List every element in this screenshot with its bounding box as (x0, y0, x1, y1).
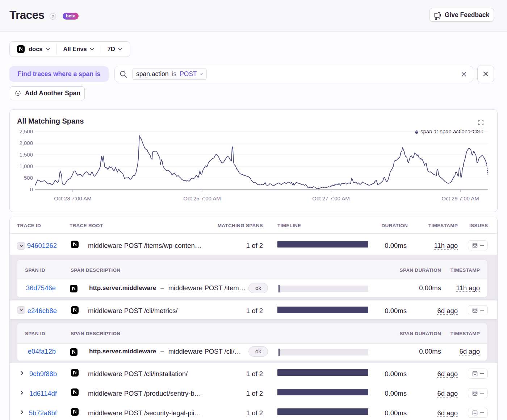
svg-text:Oct 27 7:00 AM: Oct 27 7:00 AM (312, 195, 349, 201)
svg-text:2,500: 2,500 (19, 128, 33, 134)
svg-text:0: 0 (30, 186, 33, 192)
svg-text:1,500: 1,500 (19, 151, 33, 158)
svg-text:2,000: 2,000 (19, 140, 33, 146)
svg-text:500: 500 (24, 175, 33, 181)
svg-text:Oct 23 7:00 AM: Oct 23 7:00 AM (54, 195, 91, 201)
svg-text:Oct 29 7:00 AM: Oct 29 7:00 AM (441, 195, 479, 201)
svg-text:1,000: 1,000 (19, 163, 33, 169)
svg-text:Oct 25 7:00 AM: Oct 25 7:00 AM (183, 195, 221, 201)
